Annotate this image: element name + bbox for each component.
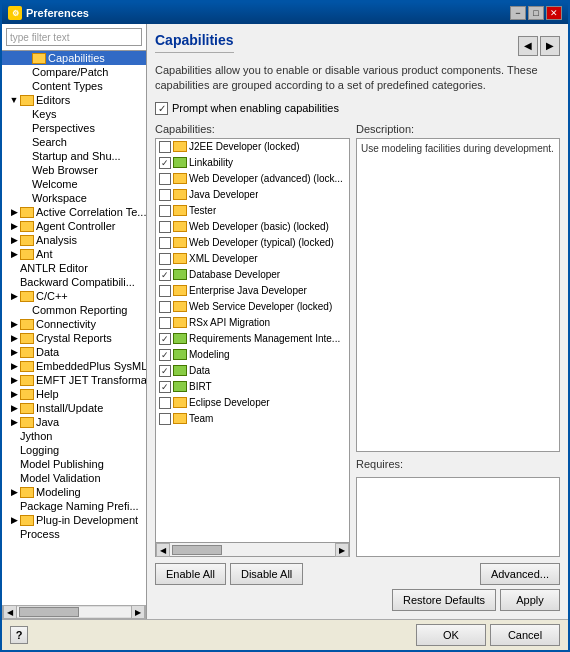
cap-item-ej[interactable]: Enterprise Java Developer (156, 283, 349, 299)
tree-scroll[interactable]: Capabilities Compare/Patch Content Types… (2, 51, 146, 605)
cap-item-j2ee[interactable]: J2EE Developer (locked) (156, 139, 349, 155)
cap-checkbox-rsx[interactable] (159, 317, 171, 329)
tree-item-content-types[interactable]: Content Types (2, 79, 146, 93)
tree-item-c-cpp[interactable]: ▶ C/C++ (2, 289, 146, 303)
cap-item-eclipse-dev[interactable]: Eclipse Developer (156, 395, 349, 411)
cap-item-xml[interactable]: XML Developer (156, 251, 349, 267)
tree-item-model-validation[interactable]: Model Validation (2, 471, 146, 485)
tree-item-perspectives[interactable]: Perspectives (2, 121, 146, 135)
description-text: Capabilities allow you to enable or disa… (155, 63, 560, 94)
tree-item-keys[interactable]: Keys (2, 107, 146, 121)
tree-item-modeling[interactable]: ▶ Modeling (2, 485, 146, 499)
tree-scrollbar-h[interactable]: ◀ ▶ (2, 605, 146, 619)
cap-item-java-dev[interactable]: Java Developer (156, 187, 349, 203)
cap-checkbox-web-adv[interactable] (159, 173, 171, 185)
maximize-button[interactable]: □ (528, 6, 544, 20)
close-button[interactable]: ✕ (546, 6, 562, 20)
tree-item-model-publishing[interactable]: Model Publishing (2, 457, 146, 471)
cap-checkbox-data[interactable] (159, 365, 171, 377)
tree-item-data[interactable]: ▶ Data (2, 345, 146, 359)
tree-item-capabilities[interactable]: Capabilities (2, 51, 146, 65)
restore-defaults-button[interactable]: Restore Defaults (392, 589, 496, 611)
cap-item-requirements[interactable]: Requirements Management Inte... (156, 331, 349, 347)
cap-checkbox-modeling[interactable] (159, 349, 171, 361)
cancel-button[interactable]: Cancel (490, 624, 560, 646)
cap-checkbox-ws[interactable] (159, 301, 171, 313)
cap-item-tester[interactable]: Tester (156, 203, 349, 219)
cap-checkbox-j2ee[interactable] (159, 141, 171, 153)
cap-checkbox-tester[interactable] (159, 205, 171, 217)
tree-item-editors[interactable]: ▼ Editors (2, 93, 146, 107)
advanced-button[interactable]: Advanced... (480, 563, 560, 585)
cap-checkbox-db[interactable] (159, 269, 171, 281)
nav-forward-button[interactable]: ▶ (540, 36, 560, 56)
tree-item-welcome[interactable]: Welcome (2, 177, 146, 191)
cap-item-web-typical[interactable]: Web Developer (typical) (locked) (156, 235, 349, 251)
tree-item-process[interactable]: Process (2, 527, 146, 541)
disable-all-button[interactable]: Disable All (230, 563, 303, 585)
scroll-right[interactable]: ▶ (131, 605, 145, 619)
prompt-checkbox[interactable] (155, 102, 168, 115)
cap-scroll-thumb[interactable] (172, 545, 222, 555)
tree-item-emft[interactable]: ▶ EMFT JET Transforma... (2, 373, 146, 387)
tree-item-active-corr[interactable]: ▶ Active Correlation Te... (2, 205, 146, 219)
tree-label: Search (32, 136, 67, 148)
tree-item-workspace[interactable]: Workspace (2, 191, 146, 205)
cap-item-linkability[interactable]: Linkability (156, 155, 349, 171)
tree-item-help[interactable]: ▶ Help (2, 387, 146, 401)
cap-item-team[interactable]: Team (156, 411, 349, 427)
cap-item-db[interactable]: Database Developer (156, 267, 349, 283)
cap-scroll-left[interactable]: ◀ (156, 543, 170, 557)
enable-all-button[interactable]: Enable All (155, 563, 226, 585)
minimize-button[interactable]: − (510, 6, 526, 20)
cap-checkbox-requirements[interactable] (159, 333, 171, 345)
cap-scroll-right[interactable]: ▶ (335, 543, 349, 557)
cap-item-web-basic[interactable]: Web Developer (basic) (locked) (156, 219, 349, 235)
cap-checkbox-ej[interactable] (159, 285, 171, 297)
cap-item-rsx[interactable]: RSx API Migration (156, 315, 349, 331)
cap-checkbox-web-basic[interactable] (159, 221, 171, 233)
ok-button[interactable]: OK (416, 624, 486, 646)
nav-back-button[interactable]: ◀ (518, 36, 538, 56)
tree-item-compare-patch[interactable]: Compare/Patch (2, 65, 146, 79)
cap-checkbox-linkability[interactable] (159, 157, 171, 169)
cap-item-data[interactable]: Data (156, 363, 349, 379)
capabilities-listbox[interactable]: J2EE Developer (locked) Linkability Web … (155, 138, 350, 543)
cap-checkbox-web-typical[interactable] (159, 237, 171, 249)
tree-item-analysis[interactable]: ▶ Analysis (2, 233, 146, 247)
apply-button[interactable]: Apply (500, 589, 560, 611)
tree-item-startup[interactable]: Startup and Shu... (2, 149, 146, 163)
cap-item-birt[interactable]: BIRT (156, 379, 349, 395)
tree-item-package-naming[interactable]: Package Naming Prefi... (2, 499, 146, 513)
folder-icon-install (20, 403, 34, 414)
tree-label: EmbeddedPlus SysML... (36, 360, 146, 372)
cap-checkbox-birt[interactable] (159, 381, 171, 393)
cap-item-modeling[interactable]: Modeling (156, 347, 349, 363)
cap-checkbox-team[interactable] (159, 413, 171, 425)
tree-item-install-update[interactable]: ▶ Install/Update (2, 401, 146, 415)
cap-scrollbar[interactable]: ◀ ▶ (155, 543, 350, 557)
tree-item-logging[interactable]: Logging (2, 443, 146, 457)
tree-item-web-browser[interactable]: Web Browser (2, 163, 146, 177)
cap-checkbox-java-dev[interactable] (159, 189, 171, 201)
cap-checkbox-eclipse-dev[interactable] (159, 397, 171, 409)
tree-item-connectivity[interactable]: ▶ Connectivity (2, 317, 146, 331)
tree-item-agent-controller[interactable]: ▶ Agent Controller (2, 219, 146, 233)
tree-item-java[interactable]: ▶ Java (2, 415, 146, 429)
tree-item-backward[interactable]: Backward Compatibili... (2, 275, 146, 289)
tree-item-search[interactable]: Search (2, 135, 146, 149)
filter-input[interactable] (6, 28, 142, 46)
tree-item-common-reporting[interactable]: Common Reporting (2, 303, 146, 317)
tree-item-jython[interactable]: Jython (2, 429, 146, 443)
cap-item-ws[interactable]: Web Service Developer (locked) (156, 299, 349, 315)
tree-item-crystal[interactable]: ▶ Crystal Reports (2, 331, 146, 345)
scroll-thumb[interactable] (19, 607, 79, 617)
cap-checkbox-xml[interactable] (159, 253, 171, 265)
scroll-left[interactable]: ◀ (3, 605, 17, 619)
tree-item-antlr[interactable]: ANTLR Editor (2, 261, 146, 275)
cap-item-web-adv[interactable]: Web Developer (advanced) (lock... (156, 171, 349, 187)
tree-item-plugin-dev[interactable]: ▶ Plug-in Development (2, 513, 146, 527)
tree-item-embeddedplus[interactable]: ▶ EmbeddedPlus SysML... (2, 359, 146, 373)
tree-item-ant[interactable]: ▶ Ant (2, 247, 146, 261)
help-button[interactable]: ? (10, 626, 28, 644)
